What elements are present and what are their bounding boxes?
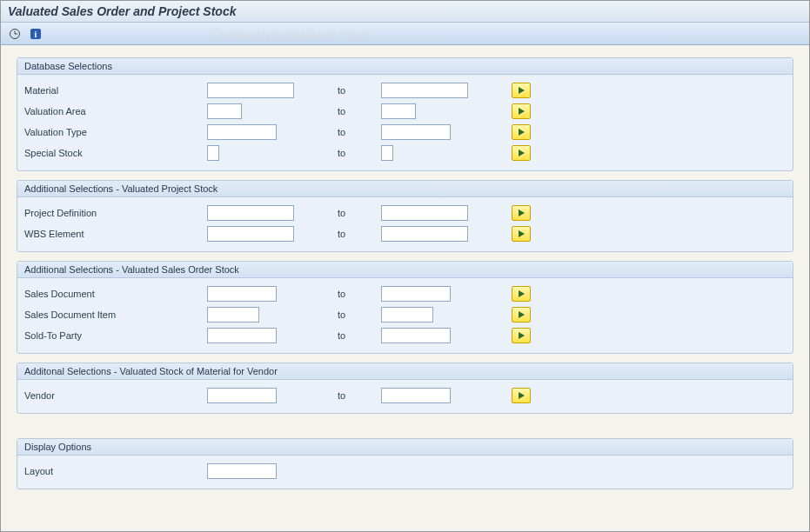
- wbs-element-from-input[interactable]: [207, 226, 294, 242]
- info-icon: i: [30, 28, 42, 40]
- sales-document-item-multiple-selection-button[interactable]: [512, 307, 531, 323]
- group-sales-order-stock: Additional Selections - Valuated Sales O…: [17, 261, 793, 354]
- wbs-element-to-input[interactable]: [381, 226, 468, 242]
- arrow-right-icon: [519, 332, 525, 339]
- valuation-area-multiple-selection-button[interactable]: [512, 103, 531, 119]
- toolbar: i: [1, 23, 809, 45]
- arrow-right-icon: [519, 129, 525, 136]
- group-header: Display Options: [17, 439, 793, 456]
- sales-document-from-input[interactable]: [207, 286, 277, 302]
- group-project-stock: Additional Selections - Valuated Project…: [17, 180, 793, 252]
- sales-document-to-input[interactable]: [381, 286, 451, 302]
- label-sales-document-item: Sales Document Item: [24, 309, 198, 320]
- arrow-right-icon: [519, 150, 525, 156]
- valuation-type-from-input[interactable]: [207, 124, 277, 140]
- to-label: to: [338, 106, 372, 116]
- label-valuation-area: Valuation Area: [24, 106, 198, 116]
- arrow-right-icon: [519, 311, 525, 318]
- to-label: to: [338, 229, 372, 239]
- to-label: to: [338, 330, 372, 341]
- label-special-stock: Special Stock: [24, 148, 198, 158]
- label-layout: Layout: [24, 466, 198, 476]
- valuation-type-multiple-selection-button[interactable]: [512, 124, 531, 140]
- sold-to-party-to-input[interactable]: [381, 328, 451, 343]
- label-wbs-element: WBS Element: [24, 229, 198, 239]
- group-display-options: Display Options Layout: [17, 438, 793, 489]
- special-stock-multiple-selection-button[interactable]: [512, 145, 531, 161]
- vendor-multiple-selection-button[interactable]: [512, 388, 531, 403]
- group-header: Additional Selections - Valuated Project…: [17, 181, 793, 197]
- svg-text:i: i: [35, 30, 37, 39]
- group-header: Additional Selections - Valuated Sales O…: [17, 262, 793, 278]
- group-header: Database Selections: [17, 58, 793, 75]
- clock-icon: [9, 28, 21, 40]
- content-area: Database Selections Material to Valuatio…: [1, 45, 809, 529]
- layout-input[interactable]: [207, 463, 277, 479]
- arrow-right-icon: [519, 290, 525, 297]
- sales-document-item-to-input[interactable]: [381, 307, 433, 323]
- arrow-right-icon: [519, 108, 525, 115]
- to-label: to: [338, 289, 372, 299]
- vendor-to-input[interactable]: [381, 388, 451, 403]
- to-label: to: [338, 390, 372, 401]
- project-definition-from-input[interactable]: [207, 205, 294, 221]
- label-vendor: Vendor: [24, 390, 198, 401]
- sold-to-party-from-input[interactable]: [207, 328, 277, 343]
- wbs-element-multiple-selection-button[interactable]: [512, 226, 531, 242]
- label-project-definition: Project Definition: [24, 208, 198, 218]
- arrow-right-icon: [519, 87, 525, 94]
- material-multiple-selection-button[interactable]: [512, 83, 531, 98]
- valuation-area-from-input[interactable]: [207, 103, 242, 119]
- to-label: to: [338, 85, 372, 96]
- to-label: to: [338, 148, 372, 158]
- project-definition-to-input[interactable]: [381, 205, 468, 221]
- label-sold-to-party: Sold-To Party: [24, 330, 198, 341]
- label-sales-document: Sales Document: [24, 289, 198, 299]
- to-label: to: [338, 127, 372, 137]
- special-stock-from-input[interactable]: [207, 145, 219, 161]
- info-button[interactable]: i: [27, 26, 44, 42]
- project-definition-multiple-selection-button[interactable]: [512, 205, 531, 221]
- arrow-right-icon: [519, 392, 525, 399]
- material-from-input[interactable]: [207, 83, 294, 98]
- valuation-area-to-input[interactable]: [381, 103, 416, 119]
- execute-button[interactable]: [6, 26, 23, 42]
- valuation-type-to-input[interactable]: [381, 124, 451, 140]
- arrow-right-icon: [519, 209, 525, 216]
- sales-document-multiple-selection-button[interactable]: [512, 286, 531, 302]
- arrow-right-icon: [519, 230, 525, 237]
- material-to-input[interactable]: [381, 83, 468, 98]
- to-label: to: [338, 208, 372, 218]
- group-header: Additonal Selections - Valuated Stock of…: [17, 363, 793, 380]
- sales-document-item-from-input[interactable]: [207, 307, 259, 323]
- sold-to-party-multiple-selection-button[interactable]: [512, 328, 531, 343]
- label-valuation-type: Valuation Type: [24, 127, 198, 137]
- vendor-from-input[interactable]: [207, 388, 277, 403]
- page-title: Valuated Sales Order and Project Stock: [1, 1, 809, 23]
- group-database-selections: Database Selections Material to Valuatio…: [17, 57, 793, 171]
- special-stock-to-input[interactable]: [381, 145, 393, 161]
- group-vendor-stock: Additonal Selections - Valuated Stock of…: [17, 362, 793, 414]
- to-label: to: [338, 309, 372, 320]
- label-material: Material: [24, 85, 198, 96]
